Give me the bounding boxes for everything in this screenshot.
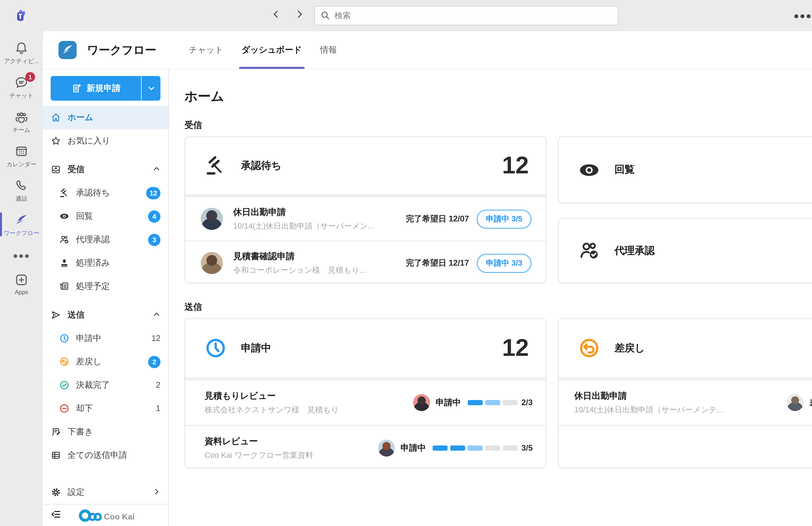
tab-chat[interactable]: チャット — [180, 31, 233, 69]
section-received-label: 受信 — [185, 119, 812, 131]
count-plain: 1 — [156, 404, 160, 413]
titlebar-more-icon[interactable]: ●●● — [794, 10, 812, 21]
empty-row — [559, 425, 812, 468]
tab-dashboard[interactable]: ダッシュボード — [232, 31, 311, 69]
rail-more-icon[interactable]: ●●● — [13, 243, 30, 268]
status-label: 差戻し — [810, 397, 812, 408]
workflow-feather-icon — [14, 213, 29, 227]
back-button[interactable] — [272, 10, 281, 21]
count-plain: 2 — [156, 381, 160, 390]
card-circulation[interactable]: 回覧 4 — [558, 136, 812, 203]
collapse-sidebar-icon[interactable] — [51, 509, 61, 522]
card-proxy-approval[interactable]: 代理承認 3 — [558, 218, 812, 283]
chevron-down-icon — [147, 84, 155, 92]
count-badge: 2 — [148, 355, 160, 368]
rail-item-teams[interactable]: チーム — [0, 105, 43, 140]
search-box[interactable] — [315, 6, 619, 25]
request-title: 資料レビュー — [205, 435, 313, 447]
sidebar-item-proxy-approval[interactable]: 代理承認 3 — [43, 228, 168, 251]
sidebar-item-home[interactable]: ホーム — [43, 106, 168, 129]
rail-item-activity[interactable]: アクティビ... — [0, 36, 43, 71]
sidebar-item-approval-wait[interactable]: 承認待ち 12 — [43, 181, 168, 205]
sidebar-item-favorites[interactable]: お気に入り — [43, 129, 168, 152]
list-item[interactable]: 資料レビュー Coo Kai ワークフロー営業資料 申請中 3/5 — [185, 425, 546, 468]
status-label: 申請中 — [401, 442, 426, 454]
rail-item-apps[interactable]: Apps — [0, 268, 43, 301]
check-circle-icon — [59, 380, 70, 390]
gear-icon — [51, 487, 61, 497]
sidebar-item-completed[interactable]: 決裁完了 2 — [43, 374, 168, 397]
sidebar-footer: Coo Kai — [43, 504, 168, 526]
request-subtitle: 株式会社ネクストサンワ様 見積もり — [205, 404, 339, 415]
calendar-icon — [14, 144, 29, 159]
list-item[interactable]: 見積もりレビュー 株式会社ネクストサンワ様 見積もり 申請中 2/3 — [185, 379, 546, 425]
request-subtitle: Coo Kai ワークフロー営業資料 — [205, 450, 313, 461]
chevron-right-icon — [153, 487, 160, 497]
avatar — [201, 208, 223, 230]
avatar — [413, 394, 430, 411]
search-input[interactable] — [315, 6, 619, 25]
list-item[interactable]: 休日出勤申請 10/14(土)休日出勤申請（サーバーメンテ... 差戻し 3/3 — [559, 379, 812, 425]
card-count: 12 — [502, 152, 529, 179]
section-sent-label: 送信 — [185, 301, 812, 313]
draft-pencil-icon — [51, 427, 61, 437]
sidebar-item-all-sent[interactable]: 全ての送信申請 — [43, 443, 168, 467]
inbox-icon — [51, 164, 61, 175]
card-returned: 差戻し 1 休日出勤申請 10/14(土)休日出勤申請（サーバーメンテ... — [558, 318, 812, 468]
rail-item-workflow[interactable]: ワークフロー — [0, 208, 43, 243]
avatar — [201, 252, 223, 274]
page-title: ホーム — [185, 88, 812, 105]
titlebar: ●●● ✓ — ✕ — [0, 0, 812, 31]
card-title: 差戻し — [614, 341, 645, 355]
card-title: 代理承認 — [614, 244, 655, 258]
sidebar-item-circulation[interactable]: 回覧 4 — [43, 205, 168, 228]
sidebar-item-processed[interactable]: 処理済み — [43, 251, 168, 275]
document-queue-icon — [59, 281, 70, 292]
due-date: 完了希望日 12/17 — [406, 258, 469, 268]
send-icon — [51, 310, 61, 320]
new-request-button[interactable]: 新規申請 — [51, 76, 141, 101]
rail-item-calendar[interactable]: カレンダー — [0, 140, 43, 174]
table-icon — [51, 450, 61, 461]
rail-label: Apps — [15, 289, 28, 295]
teams-rail: アクティビ... 1 チャット チーム カレンダー 通話 — [0, 31, 43, 526]
request-title: 見積もりレビュー — [205, 390, 339, 401]
progress-fraction: 3/5 — [521, 443, 533, 453]
cookai-logo: Coo Kai — [78, 508, 135, 523]
sidebar-item-rejected[interactable]: 却下 1 — [43, 397, 168, 420]
status-pill: 申請中 3/5 — [477, 209, 531, 228]
search-icon — [320, 10, 330, 20]
new-request-dropdown[interactable] — [141, 76, 160, 101]
teams-window: ●●● ✓ — ✕ アクティビ... 1 チャット チーム — [0, 0, 812, 526]
new-request-split-button: 新規申請 — [51, 76, 160, 101]
sidebar-group-received[interactable]: 受信 — [43, 158, 168, 181]
stamp-icon — [59, 258, 70, 268]
rail-item-chat[interactable]: 1 チャット — [0, 71, 43, 105]
sidebar-group-sent[interactable]: 送信 — [43, 303, 168, 327]
gavel-icon — [59, 188, 70, 198]
count-badge: 4 — [148, 210, 160, 222]
sidebar-item-scheduled[interactable]: 処理予定 — [43, 275, 168, 298]
sidebar-item-applying[interactable]: 申請中 12 — [43, 327, 168, 350]
request-title: 見積書確認申請 — [233, 250, 366, 262]
eye-icon — [59, 211, 70, 221]
status-pill: 申請中 3/3 — [477, 253, 531, 273]
count-badge: 3 — [148, 233, 160, 246]
star-icon — [51, 136, 61, 146]
sidebar-item-drafts[interactable]: 下書き — [43, 420, 168, 443]
list-item[interactable]: 見積書確認申請 令和コーポレーション様 見積もり... 完了希望日 12/17 … — [185, 240, 546, 283]
forward-button[interactable] — [295, 10, 304, 21]
sidebar-item-returned[interactable]: 差戻し 2 — [43, 350, 168, 374]
clock-icon — [205, 337, 227, 359]
rail-item-calls[interactable]: 通話 — [0, 174, 43, 208]
rail-label: チャット — [10, 91, 33, 100]
progress-bar — [432, 445, 518, 451]
eye-icon — [578, 159, 600, 181]
tab-info[interactable]: 情報 — [311, 31, 346, 69]
app-header: ワークフロー チャット ダッシュボード 情報 ●●● — [43, 31, 812, 70]
card-title: 申請中 — [241, 341, 271, 355]
app-logo — [58, 41, 77, 59]
minus-circle-icon — [59, 403, 70, 414]
sidebar-item-settings[interactable]: 設定 — [43, 481, 168, 504]
list-item[interactable]: 休日出勤申請 10/14(土)休日出勤申請（サーバーメン... 完了希望日 12… — [185, 196, 546, 240]
